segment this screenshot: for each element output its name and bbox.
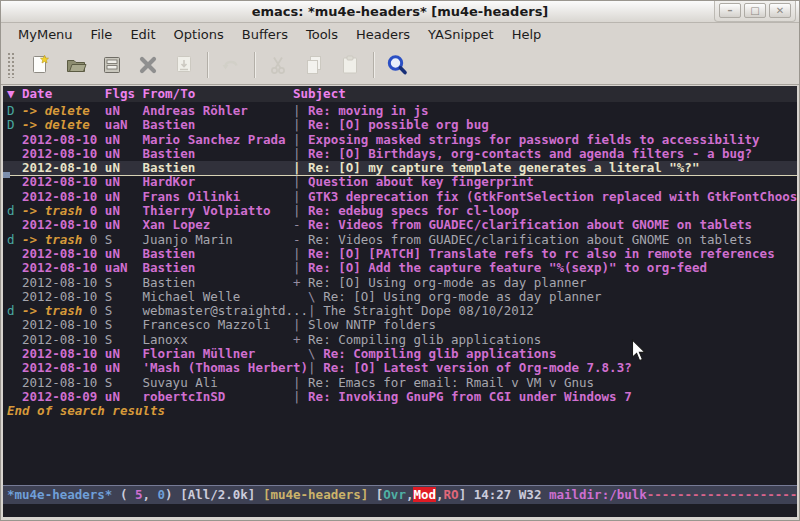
date-cell: 2012-08-10 bbox=[22, 289, 105, 304]
column-subject: Subject bbox=[293, 86, 346, 101]
menu-tools[interactable]: Tools bbox=[297, 25, 347, 44]
close-button[interactable]: ✕ bbox=[769, 3, 791, 18]
toolbar bbox=[1, 46, 799, 85]
copy-icon bbox=[302, 53, 326, 77]
menu-bar: MyMenuFileEditOptionsBuffersToolsHeaders… bbox=[1, 23, 799, 46]
flags-cell: uN bbox=[105, 132, 143, 147]
thread-prefix: | bbox=[293, 189, 308, 204]
from-cell: Bastien bbox=[143, 275, 294, 290]
flags-cell: uN bbox=[105, 174, 143, 189]
from-cell: Bastien bbox=[143, 117, 294, 132]
toolbar-drag-handle[interactable] bbox=[7, 52, 16, 78]
date-cell: 2012-08-10 bbox=[22, 360, 105, 375]
date-action-cell: -> delete bbox=[22, 103, 90, 118]
title-bar: emacs: *mu4e-headers* [mu4e-headers] –□✕ bbox=[1, 1, 799, 23]
message-row[interactable]: 2012-08-10 S Bastien + Re: [O] Using org… bbox=[7, 276, 797, 290]
flags-cell: uN bbox=[105, 346, 143, 361]
close-buffer-button[interactable] bbox=[130, 49, 166, 81]
message-row[interactable]: 2012-08-10 uN Bastien | Re: [O] [PATCH] … bbox=[7, 247, 797, 261]
date-cell: 2012-08-10 bbox=[22, 189, 105, 204]
save-button[interactable] bbox=[94, 49, 130, 81]
menu-file[interactable]: File bbox=[82, 25, 122, 44]
message-row[interactable]: 2012-08-10 S Lanoxx + Re: Compiling glib… bbox=[7, 333, 797, 347]
thread-prefix: | bbox=[293, 117, 308, 132]
new-file-button[interactable] bbox=[22, 49, 58, 81]
from-cell: 'Mash (Thomas Herbert) bbox=[143, 360, 309, 375]
message-row[interactable]: 2012-08-10 uN Mario Sanchez Prada | Expo… bbox=[7, 133, 797, 147]
toolbar-separator bbox=[207, 52, 208, 78]
menu-headers[interactable]: Headers bbox=[347, 25, 419, 44]
flags-cell: uN bbox=[105, 360, 143, 375]
from-cell: Florian Müllner bbox=[143, 346, 294, 361]
menu-buffers[interactable]: Buffers bbox=[233, 25, 297, 44]
menu-mymenu[interactable]: MyMenu bbox=[9, 25, 82, 44]
thread-prefix: \ bbox=[293, 289, 323, 304]
subject-cell: Re: moving in js bbox=[308, 103, 428, 118]
mode-line-segment: Ovr bbox=[383, 487, 406, 502]
column-from: From/To bbox=[143, 86, 294, 101]
maximize-button[interactable]: □ bbox=[744, 3, 766, 18]
message-row[interactable]: 2012-08-10 uN Bastien | Re: [O] my captu… bbox=[3, 161, 797, 175]
message-row[interactable]: 2012-08-10 uN Florian Müllner \ Re: Comp… bbox=[7, 347, 797, 361]
menu-yasnippet[interactable]: YASnippet bbox=[419, 25, 503, 44]
flags-cell: uN bbox=[105, 189, 143, 204]
headers-column-header[interactable]: ▼ Date Flgs From/To Subject bbox=[3, 86, 797, 102]
flags-cell: uN bbox=[105, 103, 143, 118]
mark-cell bbox=[7, 189, 22, 204]
save-as-button bbox=[166, 49, 202, 81]
mode-line-segment: *mu4e-headers* bbox=[7, 487, 112, 502]
subject-cell: The Straight Dope 08/10/2012 bbox=[323, 303, 534, 318]
mark-cell: d bbox=[7, 203, 22, 218]
subject-cell: Re: [O] Add the capture feature "%(sexp)… bbox=[308, 260, 707, 275]
thread-prefix: | bbox=[293, 260, 308, 275]
minimize-button[interactable]: – bbox=[719, 3, 741, 18]
from-cell: robertcInSD bbox=[143, 389, 294, 404]
save-icon bbox=[100, 53, 124, 77]
thread-prefix: | bbox=[293, 375, 308, 390]
mouse-cursor-icon bbox=[631, 339, 648, 363]
from-cell: Francesco Mazzoli bbox=[143, 317, 294, 332]
message-row[interactable]: 2012-08-10 S Michael Welle \ Re: [O] Usi… bbox=[7, 290, 797, 304]
from-cell: HardKor bbox=[143, 174, 294, 189]
search-button[interactable] bbox=[379, 49, 415, 81]
message-row[interactable]: D -> delete uaN Bastien | Re: [O] possib… bbox=[7, 118, 797, 132]
open-folder-button[interactable] bbox=[58, 49, 94, 81]
message-row[interactable]: 2012-08-10 uaN Bastien | Re: [O] Add the… bbox=[7, 261, 797, 275]
message-list: D -> delete uN Andreas Röhler | Re: movi… bbox=[3, 102, 797, 485]
date-cell: 2012-08-10 bbox=[22, 275, 105, 290]
message-row[interactable]: 2012-08-10 uN 'Mash (Thomas Herbert)| Re… bbox=[7, 361, 797, 375]
thread-prefix: | bbox=[293, 160, 308, 175]
thread-prefix: | bbox=[293, 174, 308, 189]
date-cell: 2012-08-10 bbox=[22, 174, 105, 189]
message-row[interactable]: 2012-08-10 S Francesco Mazzoli | Slow NN… bbox=[7, 318, 797, 332]
mark-cell bbox=[7, 317, 22, 332]
message-row[interactable]: D -> delete uN Andreas Röhler | Re: movi… bbox=[7, 104, 797, 118]
mode-line-segment: ( bbox=[112, 487, 135, 502]
date-cell bbox=[90, 117, 105, 132]
message-row[interactable]: 2012-08-10 uN Xan Lopez - Re: Videos fro… bbox=[7, 218, 797, 232]
message-row[interactable]: 2012-08-10 uN Frans Oilinki | GTK3 depre… bbox=[7, 190, 797, 204]
subject-cell: Re: Invoking GnuPG from CGI under Window… bbox=[308, 389, 632, 404]
mark-cell: d bbox=[7, 303, 22, 318]
mark-cell bbox=[7, 389, 22, 404]
message-row[interactable]: d -> trash 0 S Juanjo Marin - Re: Videos… bbox=[7, 233, 797, 247]
menu-help[interactable]: Help bbox=[503, 25, 551, 44]
mode-line-segment: 0 bbox=[158, 487, 166, 502]
from-cell: Frans Oilinki bbox=[143, 189, 294, 204]
message-row[interactable]: 2012-08-09 uN robertcInSD | Re: Invoking… bbox=[7, 390, 797, 404]
emacs-window: emacs: *mu4e-headers* [mu4e-headers] –□✕… bbox=[0, 0, 800, 521]
flags-cell: S bbox=[105, 317, 143, 332]
from-cell: Suvayu Ali bbox=[143, 375, 294, 390]
message-row[interactable]: 2012-08-10 uN Bastien | Re: [O] Birthday… bbox=[7, 147, 797, 161]
menu-edit[interactable]: Edit bbox=[121, 25, 164, 44]
date-cell: 2012-08-10 bbox=[22, 375, 105, 390]
echo-area[interactable] bbox=[3, 504, 797, 517]
thread-prefix: + bbox=[293, 332, 308, 347]
menu-options[interactable]: Options bbox=[165, 25, 233, 44]
date-cell: 2012-08-10 bbox=[22, 132, 105, 147]
message-row[interactable]: d -> trash 0 uN Thierry Volpiatto | Re: … bbox=[7, 204, 797, 218]
subject-cell: Re: Compiling glib applications bbox=[323, 346, 556, 361]
message-row[interactable]: d -> trash 0 S webmaster@straightd...| T… bbox=[7, 304, 797, 318]
message-row[interactable]: 2012-08-10 S Suvayu Ali | Re: Emacs for … bbox=[7, 376, 797, 390]
message-row[interactable]: 2012-08-10 uN HardKor | Question about k… bbox=[7, 175, 797, 189]
